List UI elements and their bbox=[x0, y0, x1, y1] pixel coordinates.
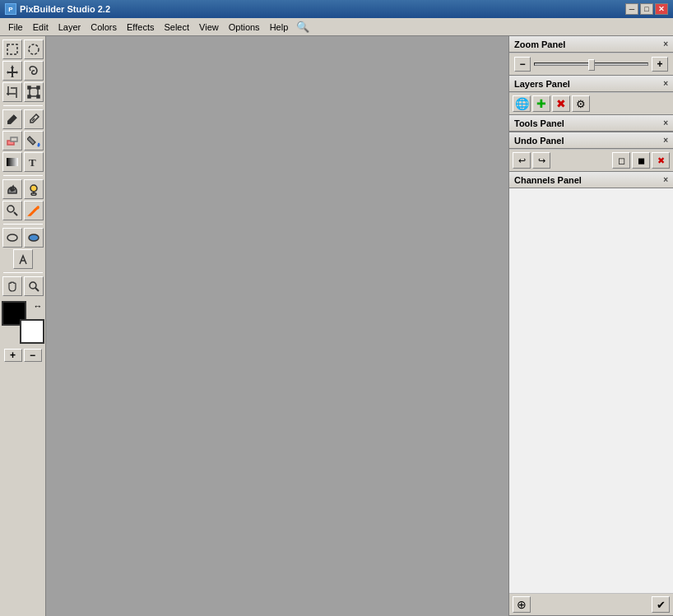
crop-tool[interactable] bbox=[2, 82, 22, 102]
zoom-slider-row: − + bbox=[509, 53, 673, 75]
menu-help[interactable]: Help bbox=[265, 21, 294, 34]
zoom-panel: Zoom Panel × − + bbox=[509, 36, 673, 76]
svg-text:T: T bbox=[29, 156, 36, 169]
lasso-tool[interactable] bbox=[24, 61, 44, 81]
zoom-in-button[interactable]: + bbox=[652, 57, 668, 72]
menu-layer[interactable]: Layer bbox=[53, 21, 86, 34]
eraser-tool[interactable] bbox=[2, 131, 22, 151]
layer-add-button[interactable]: ✚ bbox=[532, 95, 550, 112]
right-panels: Zoom Panel × − + Layers Panel × 🌐 ✚ bbox=[508, 36, 673, 616]
channels-add-button[interactable]: ⊕ bbox=[513, 596, 531, 613]
tool-row-clone bbox=[2, 201, 44, 220]
menu-effects[interactable]: Effects bbox=[122, 21, 159, 34]
move-tool[interactable] bbox=[2, 61, 22, 81]
pencil-tool[interactable] bbox=[2, 109, 22, 129]
svg-line-29 bbox=[35, 288, 39, 291]
history-clear-button[interactable]: ✖ bbox=[652, 152, 670, 169]
tools-panel: Tools Panel × bbox=[509, 115, 673, 132]
dodge-tool[interactable] bbox=[24, 179, 44, 199]
menu-options[interactable]: Options bbox=[224, 21, 265, 34]
transform-tool[interactable] bbox=[24, 82, 44, 102]
redo-button[interactable]: ↪ bbox=[532, 152, 550, 169]
text-tool[interactable]: T bbox=[24, 152, 44, 172]
menu-colors[interactable]: Colors bbox=[86, 21, 122, 34]
undo-buttons: ↩ ↪ ◻ ◼ ✖ bbox=[509, 149, 673, 171]
svg-rect-17 bbox=[7, 158, 18, 166]
layer-globe-button[interactable]: 🌐 bbox=[513, 95, 531, 112]
eyedropper-tool[interactable] bbox=[24, 109, 44, 129]
toolbar-separator-2 bbox=[3, 175, 43, 176]
svg-point-25 bbox=[7, 234, 17, 241]
layers-panel-close[interactable]: × bbox=[663, 79, 668, 88]
paint-bucket-tool[interactable] bbox=[24, 131, 44, 151]
undo-panel-header: Undo Panel × bbox=[509, 132, 673, 149]
tool-row-hand bbox=[2, 276, 44, 296]
tool-row-eraser bbox=[2, 131, 44, 151]
hand-tool[interactable] bbox=[2, 276, 22, 296]
rectangle-shape-tool[interactable] bbox=[24, 228, 44, 248]
layer-delete-button[interactable]: ✖ bbox=[552, 95, 570, 112]
channels-panel-close[interactable]: × bbox=[663, 175, 668, 184]
background-color[interactable] bbox=[20, 319, 44, 344]
toolbar-separator-3 bbox=[3, 224, 43, 225]
title-bar: P PixBuilder Studio 2.2 ─ □ ✕ bbox=[0, 0, 673, 18]
zoom-slider[interactable] bbox=[534, 63, 648, 66]
zoom-tool[interactable] bbox=[24, 276, 44, 296]
clone-stamp-tool[interactable] bbox=[2, 201, 22, 220]
pen-tool[interactable] bbox=[13, 249, 33, 269]
undo-panel-title: Undo Panel bbox=[514, 136, 564, 146]
elliptical-marquee-tool[interactable] bbox=[24, 39, 44, 59]
zoom-out-button[interactable]: − bbox=[514, 57, 531, 72]
menu-edit[interactable]: Edit bbox=[28, 21, 53, 34]
ellipse-shape-tool[interactable] bbox=[2, 228, 22, 248]
add-button[interactable]: + bbox=[4, 349, 22, 362]
menu-file[interactable]: File bbox=[3, 21, 28, 34]
channels-ok-button[interactable]: ✔ bbox=[652, 596, 670, 613]
history-copy-button[interactable]: ◻ bbox=[612, 152, 630, 169]
app-title: PixBuilder Studio 2.2 bbox=[20, 4, 625, 14]
toolbar-separator-1 bbox=[3, 105, 43, 106]
layers-buttons: 🌐 ✚ ✖ ⚙ bbox=[509, 92, 673, 114]
undo-panel-close[interactable]: × bbox=[663, 136, 668, 145]
tools-panel-title: Tools Panel bbox=[514, 118, 564, 128]
toolbar-separator-4 bbox=[3, 272, 43, 273]
tool-row-text: T bbox=[2, 152, 44, 172]
search-icon[interactable]: 🔍 bbox=[296, 21, 309, 33]
fill-tool[interactable] bbox=[2, 152, 22, 172]
subtract-button[interactable]: − bbox=[24, 349, 42, 362]
zoom-slider-thumb[interactable] bbox=[588, 59, 595, 71]
window-controls: ─ □ ✕ bbox=[625, 3, 668, 15]
canvas-area[interactable] bbox=[46, 36, 508, 616]
canvas[interactable] bbox=[46, 36, 508, 616]
tools-panel-close[interactable]: × bbox=[663, 118, 668, 127]
minimize-button[interactable]: ─ bbox=[625, 3, 638, 15]
history-paste-button[interactable]: ◼ bbox=[632, 152, 650, 169]
plus-minus-row: + − bbox=[4, 349, 42, 362]
rectangular-marquee-tool[interactable] bbox=[2, 39, 22, 59]
tool-row-marquee bbox=[2, 39, 44, 59]
undo-button[interactable]: ↩ bbox=[513, 152, 531, 169]
svg-marker-12 bbox=[7, 114, 17, 124]
swap-colors-icon[interactable]: ↔ bbox=[34, 301, 43, 311]
menu-select[interactable]: Select bbox=[159, 21, 194, 34]
burn-tool[interactable] bbox=[2, 179, 22, 199]
undo-panel: Undo Panel × ↩ ↪ ◻ ◼ ✖ bbox=[509, 132, 673, 172]
tool-row-burn bbox=[2, 179, 44, 199]
channels-buttons: ⊕ ✔ bbox=[509, 593, 673, 615]
healing-brush-tool[interactable] bbox=[24, 201, 44, 220]
left-toolbar: T bbox=[0, 36, 46, 616]
channels-panel-content bbox=[509, 188, 673, 593]
channels-panel: Channels Panel × ⊕ ✔ bbox=[509, 172, 673, 616]
svg-rect-16 bbox=[11, 137, 17, 141]
main-area: T bbox=[0, 36, 673, 616]
svg-point-22 bbox=[7, 206, 14, 212]
maximize-button[interactable]: □ bbox=[640, 3, 653, 15]
svg-line-23 bbox=[14, 212, 17, 215]
close-button[interactable]: ✕ bbox=[655, 3, 668, 15]
tool-row-crop bbox=[2, 82, 44, 102]
menu-view[interactable]: View bbox=[194, 21, 224, 34]
zoom-panel-close[interactable]: × bbox=[663, 39, 668, 49]
svg-marker-2 bbox=[7, 65, 18, 77]
layer-settings-button[interactable]: ⚙ bbox=[572, 95, 590, 112]
undo-left-buttons: ↩ ↪ bbox=[513, 152, 550, 169]
